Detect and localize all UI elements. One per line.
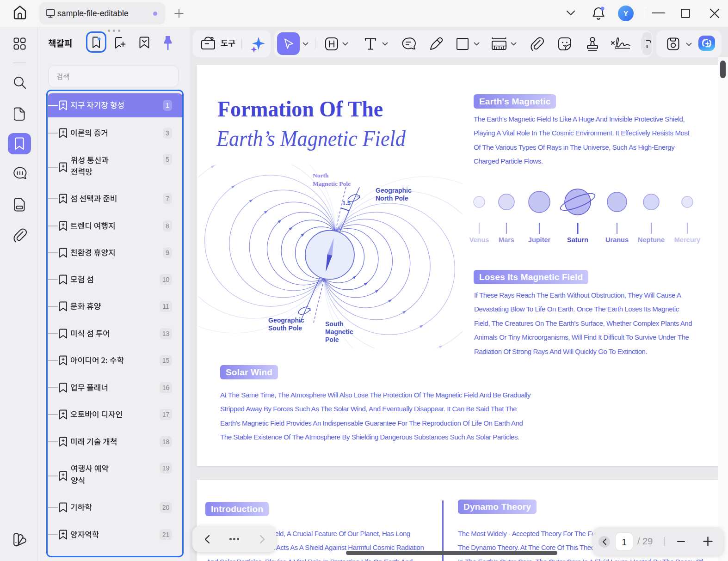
svg-text:South: South	[325, 320, 344, 328]
svg-text:Venus: Venus	[469, 236, 489, 244]
svg-text:1.5: 1.5	[342, 200, 351, 207]
svg-text:Mercury: Mercury	[674, 236, 700, 244]
svg-text:Pole: Pole	[325, 336, 339, 343]
svg-text:Mars: Mars	[499, 236, 514, 244]
svg-text:North: North	[313, 172, 329, 179]
svg-text:Magnetic Pole: Magnetic Pole	[313, 180, 351, 187]
svg-text:Uranus: Uranus	[605, 236, 629, 244]
svg-text:South Pole: South Pole	[268, 324, 302, 332]
svg-text:Geographic: Geographic	[268, 317, 304, 324]
svg-text:Magnetic: Magnetic	[325, 328, 353, 335]
svg-text:Geographic: Geographic	[376, 187, 412, 194]
svg-text:Jupiter: Jupiter	[528, 236, 551, 244]
svg-text:North Pole: North Pole	[376, 195, 408, 202]
svg-text:Neptune: Neptune	[638, 236, 665, 244]
svg-text:Saturn: Saturn	[567, 236, 588, 244]
